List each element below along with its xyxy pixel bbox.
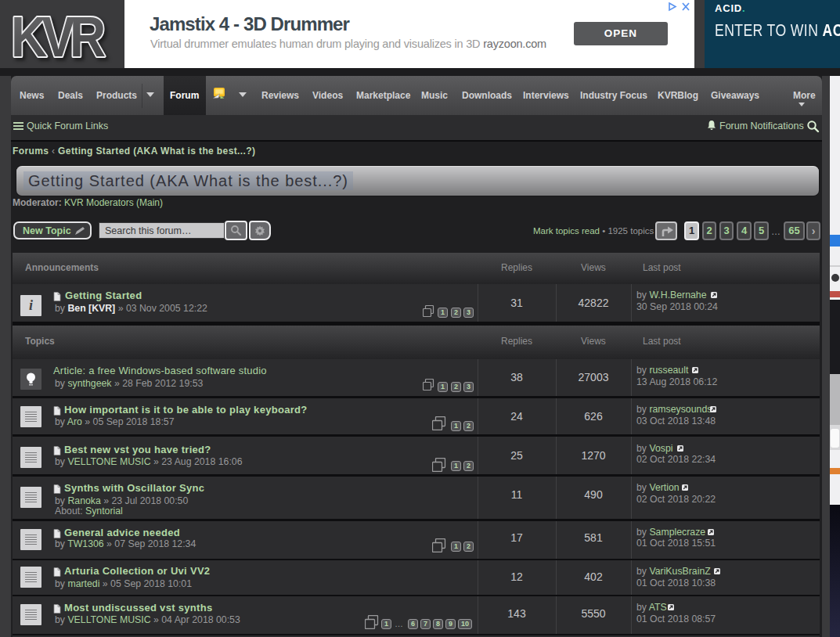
- svg-text:KVR: KVR: [11, 5, 105, 67]
